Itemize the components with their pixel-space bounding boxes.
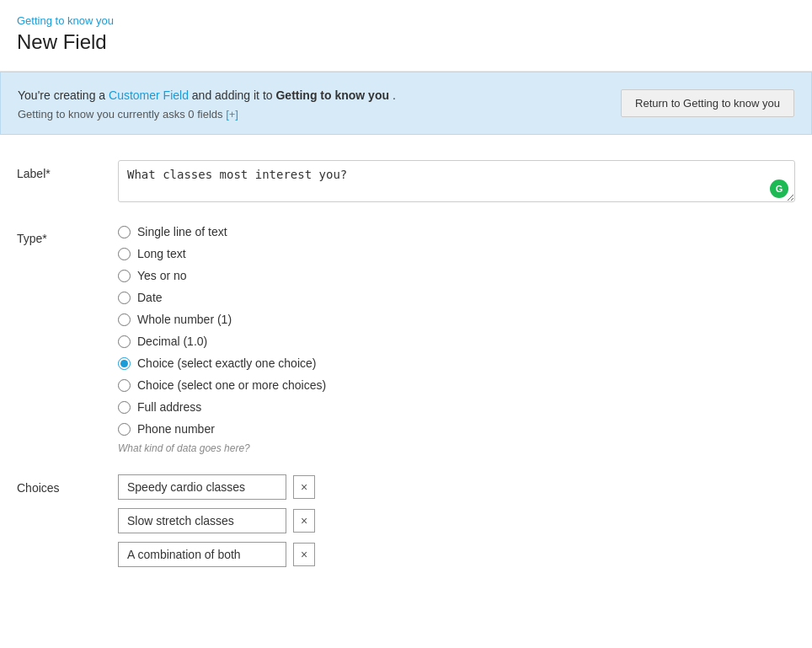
- type-row: Type* Single line of textLong textYes or…: [17, 225, 795, 454]
- radio-input-phone-number[interactable]: [118, 423, 131, 436]
- radio-input-single-line[interactable]: [118, 226, 131, 238]
- radio-label-whole-number: Whole number (1): [137, 313, 232, 326]
- choices-field-content: ×××: [118, 474, 795, 567]
- radio-input-yes-no[interactable]: [118, 270, 131, 282]
- type-field-content: Single line of textLong textYes or noDat…: [118, 225, 795, 454]
- return-button[interactable]: Return to Getting to know you: [621, 89, 794, 117]
- choice-remove-btn-1[interactable]: ×: [293, 475, 315, 499]
- choice-item-3: ×: [118, 542, 795, 567]
- label-field-label: Label*: [17, 160, 118, 180]
- radio-item-choice-more[interactable]: Choice (select one or more choices): [118, 378, 795, 392]
- radio-input-long-text[interactable]: [118, 248, 131, 260]
- radio-group: Single line of textLong textYes or noDat…: [118, 225, 795, 436]
- banner-main-text: You're creating a Customer Field and add…: [18, 86, 396, 104]
- radio-item-date[interactable]: Date: [118, 291, 795, 304]
- page-title: New Field: [17, 30, 795, 54]
- banner-text-middle: and adding it to: [192, 88, 276, 102]
- choice-item-1: ×: [118, 474, 795, 500]
- breadcrumb[interactable]: Getting to know you: [17, 14, 114, 27]
- type-field-label: Type*: [17, 225, 118, 245]
- radio-item-whole-number[interactable]: Whole number (1): [118, 313, 795, 326]
- choices-row: Choices ×××: [17, 474, 795, 567]
- radio-label-long-text: Long text: [137, 247, 186, 260]
- radio-item-single-line[interactable]: Single line of text: [118, 225, 795, 238]
- radio-item-yes-no[interactable]: Yes or no: [118, 269, 795, 282]
- form-area: Label* G Type* Single line of textLong t…: [0, 135, 812, 613]
- banner-sub-label: Getting to know you currently asks 0 fie…: [18, 108, 226, 120]
- banner-text-before: You're creating a: [18, 88, 109, 102]
- banner-text-block: You're creating a Customer Field and add…: [18, 86, 396, 120]
- banner-section-name: Getting to know you: [275, 88, 389, 102]
- label-input[interactable]: [118, 160, 795, 202]
- choice-input-2[interactable]: [118, 508, 286, 533]
- radio-label-single-line: Single line of text: [137, 225, 227, 238]
- banner-text-after: .: [393, 88, 396, 102]
- radio-item-choice-one[interactable]: Choice (select exactly one choice): [118, 356, 795, 370]
- info-banner: You're creating a Customer Field and add…: [0, 72, 812, 135]
- choice-input-3[interactable]: [118, 542, 286, 567]
- radio-item-phone-number[interactable]: Phone number: [118, 422, 795, 436]
- radio-label-choice-more: Choice (select one or more choices): [137, 378, 326, 392]
- radio-label-choice-one: Choice (select exactly one choice): [137, 356, 316, 370]
- radio-input-choice-more[interactable]: [118, 379, 131, 392]
- radio-input-decimal[interactable]: [118, 335, 131, 348]
- label-row: Label* G: [17, 160, 795, 205]
- radio-label-yes-no: Yes or no: [137, 269, 187, 282]
- radio-label-full-address: Full address: [137, 400, 201, 414]
- choice-input-1[interactable]: [118, 474, 286, 500]
- choices-list: ×××: [118, 474, 795, 567]
- radio-label-decimal: Decimal (1.0): [137, 335, 207, 348]
- radio-item-long-text[interactable]: Long text: [118, 247, 795, 260]
- radio-item-decimal[interactable]: Decimal (1.0): [118, 335, 795, 348]
- radio-label-phone-number: Phone number: [137, 422, 215, 436]
- page-header: Getting to know you New Field: [0, 0, 812, 72]
- radio-label-date: Date: [137, 291, 163, 304]
- choice-item-2: ×: [118, 508, 795, 533]
- radio-input-choice-one[interactable]: [118, 357, 131, 370]
- choice-remove-btn-2[interactable]: ×: [293, 509, 315, 533]
- choice-remove-btn-3[interactable]: ×: [293, 543, 315, 566]
- radio-item-full-address[interactable]: Full address: [118, 400, 795, 414]
- label-field-content: G: [118, 160, 795, 205]
- add-fields-link[interactable]: [+]: [226, 108, 238, 120]
- radio-input-date[interactable]: [118, 292, 131, 304]
- label-input-wrapper: G: [118, 160, 795, 205]
- banner-customer-field-link[interactable]: Customer Field: [109, 88, 189, 102]
- type-hint: What kind of data goes here?: [118, 442, 795, 454]
- radio-input-full-address[interactable]: [118, 401, 131, 414]
- page-wrapper: Getting to know you New Field You're cre…: [0, 0, 812, 648]
- banner-sub-text: Getting to know you currently asks 0 fie…: [18, 108, 396, 120]
- choices-field-label: Choices: [17, 474, 118, 495]
- radio-input-whole-number[interactable]: [118, 313, 131, 326]
